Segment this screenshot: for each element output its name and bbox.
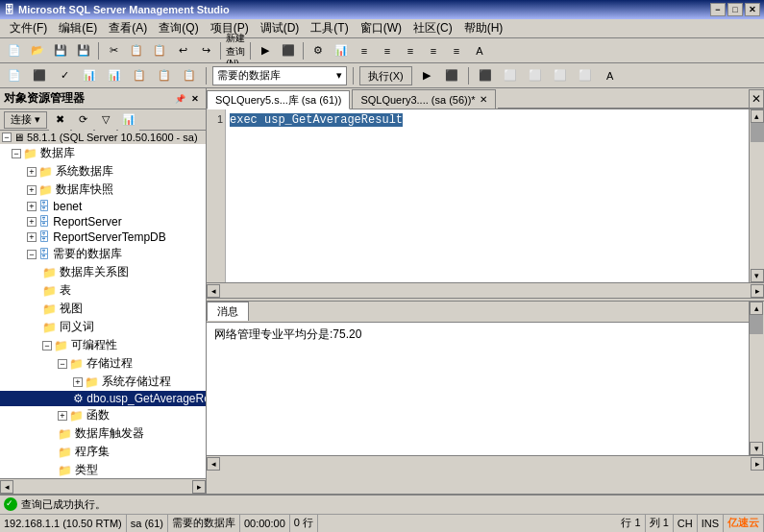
- oe-usp-node[interactable]: ⚙ dbo.usp_GetAverageResult: [0, 391, 206, 406]
- snap-expand[interactable]: +: [27, 185, 37, 195]
- tb2-btn1[interactable]: 📄: [4, 65, 25, 86]
- oe-snapshots[interactable]: + 📁 数据库快照: [0, 181, 206, 199]
- rvscroll-up[interactable]: ▴: [750, 302, 763, 315]
- extra-btn3[interactable]: ⬜: [525, 65, 546, 86]
- oe-hscroll-right[interactable]: ▸: [192, 480, 206, 494]
- vscroll-down[interactable]: ▾: [751, 269, 764, 282]
- hscroll-track[interactable]: [220, 284, 751, 298]
- redo-button[interactable]: ↪: [195, 40, 216, 61]
- rhscroll-track[interactable]: [220, 457, 751, 471]
- editor-hscrollbar[interactable]: ◂ ▸: [207, 282, 764, 298]
- rhscroll-left[interactable]: ◂: [207, 457, 220, 471]
- menu-query[interactable]: 查询(Q): [153, 18, 204, 38]
- btn-d[interactable]: ≡: [377, 40, 398, 61]
- oe-hscroll-track[interactable]: [13, 480, 192, 494]
- execute-button[interactable]: 执行(X): [359, 66, 412, 85]
- oe-summary-button[interactable]: 📊: [118, 109, 139, 131]
- sp-expand[interactable]: −: [58, 359, 67, 369]
- btn-g[interactable]: ≡: [446, 40, 467, 61]
- tb2-btn4[interactable]: 📊: [79, 65, 100, 86]
- undo-button[interactable]: ↩: [172, 40, 193, 61]
- oe-hscrollbar[interactable]: ◂ ▸: [0, 478, 206, 494]
- oe-types[interactable]: 📁 类型: [0, 461, 206, 478]
- tb2-btn7[interactable]: 📋: [154, 65, 175, 86]
- hscroll-left[interactable]: ◂: [207, 284, 220, 298]
- copy-button[interactable]: 📋: [126, 40, 147, 61]
- menu-debug[interactable]: 调试(D): [255, 18, 306, 38]
- stop-button[interactable]: ⬛: [278, 40, 299, 61]
- rstmp-expand[interactable]: +: [27, 232, 37, 242]
- rhscroll-right[interactable]: ▸: [751, 457, 764, 471]
- editor-vscrollbar[interactable]: ▴ ▾: [749, 109, 764, 282]
- save-button[interactable]: 💾: [50, 40, 71, 61]
- menu-view[interactable]: 查看(A): [103, 18, 153, 38]
- extra-btn6[interactable]: A: [600, 65, 621, 86]
- extra-btn2[interactable]: ⬜: [500, 65, 521, 86]
- vscroll-track[interactable]: [751, 123, 764, 269]
- menu-tools[interactable]: 工具(T): [305, 18, 354, 38]
- tab-close-panel[interactable]: ✕: [749, 89, 764, 109]
- database-selector[interactable]: 需要的数据库 ▾: [212, 66, 347, 85]
- tab3-close[interactable]: ✕: [480, 94, 487, 105]
- menu-edit[interactable]: 编辑(E): [53, 18, 103, 38]
- restore-button[interactable]: □: [727, 3, 743, 16]
- tb2-btn6[interactable]: 📋: [129, 65, 150, 86]
- btn-c[interactable]: ≡: [354, 40, 375, 61]
- tab-query5[interactable]: SQLQuery5.s...库 (sa (61)): [207, 90, 350, 109]
- sysdb-expand[interactable]: +: [27, 167, 37, 177]
- menu-community[interactable]: 社区(C): [407, 18, 458, 38]
- tab-query3[interactable]: SQLQuery3.... (sa (56))* ✕: [352, 89, 495, 109]
- rvscroll-track[interactable]: [750, 315, 763, 442]
- oe-functions[interactable]: + 📁 函数: [0, 406, 206, 424]
- btn-a[interactable]: ⚙: [308, 40, 329, 61]
- rvscroll-down[interactable]: ▾: [750, 442, 763, 455]
- minimize-button[interactable]: −: [710, 3, 726, 16]
- oe-assemblies[interactable]: 📁 程序集: [0, 443, 206, 461]
- oe-programmability[interactable]: − 📁 可编程性: [0, 336, 206, 354]
- oe-reportservertempdb[interactable]: + 🗄 ReportServerTempDB: [0, 230, 206, 245]
- vscroll-up[interactable]: ▴: [751, 109, 764, 123]
- extra-btn1[interactable]: ⬛: [475, 65, 496, 86]
- menu-help[interactable]: 帮助(H): [458, 18, 509, 38]
- oe-system-procs[interactable]: + 📁 系统存储过程: [0, 373, 206, 391]
- results-vscrollbar[interactable]: ▴ ▾: [749, 302, 764, 455]
- targetdb-expand[interactable]: −: [27, 250, 37, 259]
- btn-b[interactable]: 📊: [331, 40, 352, 61]
- oe-triggers[interactable]: 📁 数据库触发器: [0, 424, 206, 443]
- oe-stored-procs[interactable]: − 📁 存储过程: [0, 354, 206, 373]
- new-query-button[interactable]: 📄: [4, 40, 25, 61]
- oe-server-node[interactable]: − 🖥 58.1.1 (SQL Server 10.50.1600 - sa): [0, 131, 206, 144]
- save-all-button[interactable]: 💾: [73, 40, 94, 61]
- server-expand[interactable]: −: [2, 133, 12, 142]
- oe-reportserver[interactable]: + 🗄 ReportServer: [0, 214, 206, 230]
- prog-expand[interactable]: −: [42, 341, 52, 351]
- oe-close-button[interactable]: ✕: [188, 92, 202, 106]
- tb2-btn8[interactable]: 📋: [179, 65, 200, 86]
- oe-synonyms[interactable]: 📁 同义词: [0, 318, 206, 336]
- menu-file[interactable]: 文件(F): [4, 18, 53, 38]
- title-bar-buttons[interactable]: − □ ✕: [710, 3, 760, 16]
- parse-button[interactable]: ▶: [416, 65, 437, 86]
- tb2-btn3[interactable]: ✓: [54, 65, 75, 86]
- extra-btn5[interactable]: ⬜: [575, 65, 596, 86]
- btn-h[interactable]: A: [469, 40, 490, 61]
- oe-filter-button[interactable]: ▽: [95, 109, 116, 131]
- extra-btn4[interactable]: ⬜: [550, 65, 571, 86]
- btn-e[interactable]: ≡: [400, 40, 421, 61]
- oe-views[interactable]: 📁 视图: [0, 300, 206, 318]
- cut-button[interactable]: ✂: [103, 40, 124, 61]
- tb2-btn2[interactable]: ⬛: [29, 65, 50, 86]
- rs-expand[interactable]: +: [27, 217, 37, 227]
- oe-system-dbs[interactable]: + 📁 系统数据库: [0, 162, 206, 181]
- benet-expand[interactable]: +: [27, 202, 37, 211]
- paste-button[interactable]: 📋: [149, 40, 170, 61]
- hscroll-right[interactable]: ▸: [751, 284, 764, 298]
- db-expand[interactable]: −: [12, 149, 21, 158]
- new-query-btn2[interactable]: 新建查询(N): [225, 40, 246, 61]
- tb2-btn5[interactable]: 📊: [104, 65, 125, 86]
- debug-button[interactable]: ▶: [255, 40, 276, 61]
- results-hscrollbar[interactable]: ◂ ▸: [207, 455, 764, 471]
- oe-connect-button[interactable]: 连接 ▾: [4, 111, 47, 129]
- sysp-expand[interactable]: +: [73, 377, 83, 387]
- open-button[interactable]: 📂: [27, 40, 48, 61]
